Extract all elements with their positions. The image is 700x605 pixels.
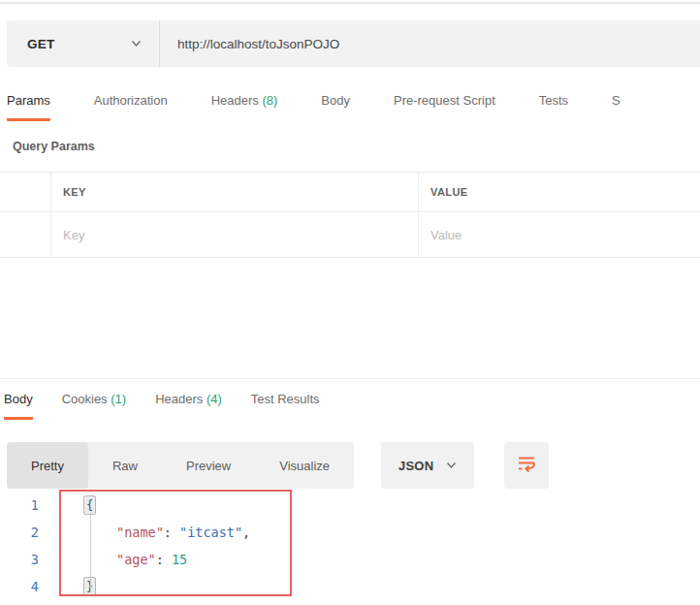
- param-value-input[interactable]: [430, 228, 686, 242]
- tab-params[interactable]: Params: [7, 93, 50, 121]
- response-headers-count-badge: (4): [207, 392, 222, 406]
- json-key-age: "age": [83, 552, 156, 567]
- tab-settings-cutoff[interactable]: S: [612, 93, 620, 121]
- code-line-2: 2 "name": "itcast",: [0, 519, 700, 546]
- tab-authorization[interactable]: Authorization: [94, 93, 168, 121]
- wrap-lines-button[interactable]: [504, 442, 549, 489]
- line-number: 4: [0, 579, 39, 594]
- tab-response-cookies[interactable]: Cookies (1): [62, 392, 126, 420]
- code-line-1: 1 {: [0, 492, 700, 519]
- request-url-bar: GET: [7, 20, 700, 67]
- tab-response-body[interactable]: Body: [4, 392, 33, 420]
- code-line-3: 3 "age": 15: [0, 546, 700, 573]
- response-section-divider: [0, 378, 700, 379]
- tab-body[interactable]: Body: [321, 93, 350, 121]
- response-tabs: Body Cookies (1) Headers (4) Test Result…: [4, 392, 320, 420]
- tab-response-headers[interactable]: Headers (4): [155, 392, 222, 420]
- http-method-label: GET: [27, 37, 54, 51]
- tab-test-results[interactable]: Test Results: [251, 392, 320, 420]
- chevron-down-icon: [131, 40, 142, 48]
- view-raw-button[interactable]: Raw: [88, 442, 162, 489]
- tab-headers[interactable]: Headers (8): [211, 93, 278, 121]
- tab-pre-request-script[interactable]: Pre-request Script: [394, 93, 495, 121]
- line-number: 3: [0, 552, 39, 567]
- chevron-down-icon: [446, 462, 457, 469]
- response-view-toolbar: Pretty Raw Preview Visualize JSON: [7, 442, 549, 489]
- view-mode-segmented-control: Pretty Raw Preview Visualize: [7, 442, 354, 489]
- table-header-row: KEY VALUE: [0, 172, 700, 212]
- json-key-name: "name": [83, 525, 164, 540]
- line-number: 2: [0, 525, 39, 540]
- format-label: JSON: [398, 459, 433, 473]
- fold-guide-line: [90, 515, 91, 589]
- view-visualize-button[interactable]: Visualize: [255, 442, 354, 489]
- response-body-code-viewer[interactable]: 1 { 2 "name": "itcast", 3 "age": 15 4 }: [0, 492, 700, 600]
- param-key-input[interactable]: [63, 228, 400, 242]
- response-format-dropdown[interactable]: JSON: [381, 442, 474, 489]
- json-comma: ,: [242, 525, 250, 540]
- tab-tests[interactable]: Tests: [539, 93, 568, 121]
- row-drag-handle[interactable]: [0, 212, 51, 257]
- request-url-input[interactable]: [160, 20, 700, 67]
- table-row: [0, 212, 700, 258]
- row-select-column: [0, 173, 51, 211]
- key-column-header: KEY: [51, 173, 419, 211]
- json-colon: :: [164, 525, 179, 540]
- fold-toggle-open-brace[interactable]: {: [83, 495, 96, 515]
- line-number: 1: [0, 497, 39, 513]
- code-line-4: 4 }: [0, 573, 700, 600]
- json-colon: :: [156, 552, 172, 567]
- http-method-dropdown[interactable]: GET: [7, 20, 160, 67]
- wrap-lines-icon: [516, 454, 537, 477]
- view-pretty-button[interactable]: Pretty: [7, 442, 88, 489]
- json-value-15: 15: [172, 552, 187, 567]
- value-column-header: VALUE: [419, 173, 700, 211]
- query-params-table: KEY VALUE: [0, 172, 700, 258]
- request-tabs: Params Authorization Headers (8) Body Pr…: [7, 93, 700, 121]
- view-preview-button[interactable]: Preview: [162, 442, 255, 489]
- cookies-count-badge: (1): [111, 392, 126, 406]
- top-divider: [0, 2, 700, 4]
- query-params-title: Query Params: [13, 140, 95, 153]
- headers-count-badge: (8): [262, 93, 277, 108]
- json-value-itcast: "itcast": [179, 525, 242, 540]
